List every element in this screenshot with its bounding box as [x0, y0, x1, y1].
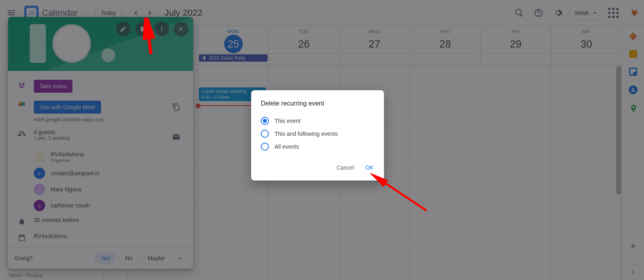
dialog-cancel-button[interactable]: Cancel [332, 161, 358, 174]
dialog-title: Delete recurring event [261, 100, 381, 107]
dialog-radio-option[interactable]: This event [261, 114, 381, 127]
radio-label: This event [275, 118, 301, 124]
radio-label: All events [275, 143, 299, 150]
radio-icon [261, 143, 269, 151]
dialog-radio-option[interactable]: All events [261, 140, 381, 153]
radio-label: This and following events [275, 131, 338, 137]
radio-icon [261, 130, 269, 138]
dialog-radio-option[interactable]: This and following events [261, 127, 381, 140]
dialog-ok-button[interactable]: OK [361, 161, 378, 174]
radio-icon [261, 117, 269, 125]
delete-recurring-dialog: Delete recurring event This eventThis an… [251, 90, 384, 180]
dialog-actions: Cancel OK [261, 153, 381, 177]
